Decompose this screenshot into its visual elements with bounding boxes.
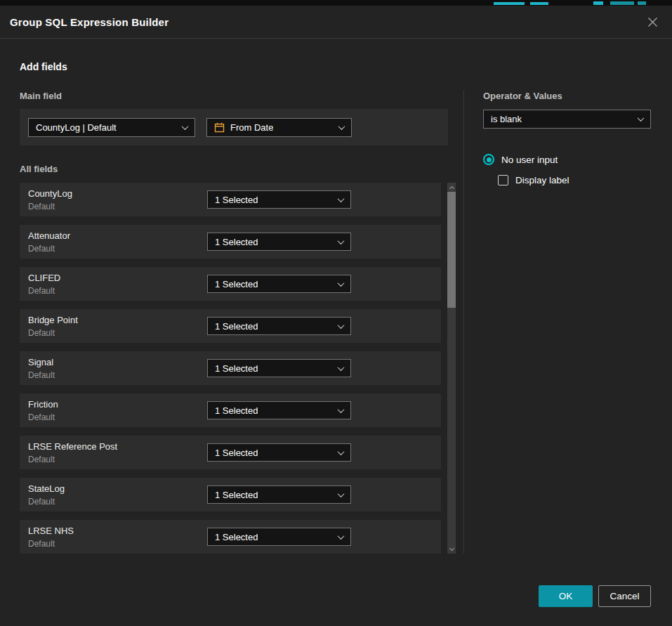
scrollbar[interactable]: [447, 183, 456, 554]
field-row-text: LRSE NHSDefault: [28, 526, 207, 549]
field-row-text: CLIFEDDefault: [28, 273, 207, 296]
field-selected-value: 1 Selected: [215, 363, 258, 374]
field-selected-dropdown[interactable]: 1 Selected: [207, 317, 351, 335]
field-subtitle: Default: [28, 497, 207, 507]
chevron-down-icon: [338, 533, 345, 540]
field-rows-container: CountyLogDefault1 SelectedAttenuatorDefa…: [20, 183, 441, 554]
field-subtitle: Default: [28, 328, 207, 338]
dialog-footer: OK Cancel: [539, 585, 651, 607]
display-label-option: Display label: [498, 175, 651, 185]
field-subtitle: Default: [28, 202, 207, 211]
no-user-input-radio[interactable]: [483, 154, 494, 165]
chevron-down-icon: [182, 123, 189, 130]
field-selected-value: 1 Selected: [215, 279, 258, 289]
layer-select-value: CountyLog | Default: [36, 122, 117, 133]
chevron-down-icon: [638, 115, 645, 122]
field-row: StateLogDefault1 Selected: [20, 478, 441, 511]
field-selected-value: 1 Selected: [215, 195, 258, 205]
main-field-panel: CountyLog | Default From Date: [20, 109, 448, 145]
background-fragment: [593, 1, 603, 5]
column-divider: [463, 91, 464, 554]
field-name: Attenuator: [28, 230, 207, 241]
field-selected-value: 1 Selected: [215, 237, 258, 247]
main-field-label: Main field: [20, 91, 463, 101]
background-fragment: [638, 1, 646, 5]
no-user-input-option: No user input: [483, 154, 651, 165]
field-name: Signal: [28, 357, 207, 367]
main-field-select[interactable]: From Date: [206, 118, 352, 137]
background-app-strip: [0, 0, 672, 6]
field-selected-dropdown[interactable]: 1 Selected: [207, 359, 351, 377]
all-fields-label: All fields: [20, 164, 463, 174]
dialog-body: Add fields Main field CountyLog | Defaul…: [0, 61, 672, 554]
display-label-text: Display label: [515, 175, 569, 185]
field-row: FrictionDefault1 Selected: [20, 393, 441, 427]
scrollbar-thumb[interactable]: [447, 192, 456, 308]
add-fields-heading: Add fields: [20, 61, 651, 72]
field-subtitle: Default: [28, 539, 207, 549]
chevron-down-icon: [338, 322, 345, 329]
all-fields-list: CountyLogDefault1 SelectedAttenuatorDefa…: [20, 183, 463, 554]
field-selected-dropdown[interactable]: 1 Selected: [207, 528, 351, 546]
chevron-down-icon: [338, 406, 345, 413]
close-icon: [647, 17, 658, 27]
chevron-down-icon: [338, 123, 345, 130]
close-button[interactable]: [645, 14, 661, 30]
field-subtitle: Default: [28, 370, 207, 380]
background-fragment: [530, 2, 548, 5]
field-name: Bridge Point: [28, 315, 207, 325]
field-row: SignalDefault1 Selected: [20, 351, 441, 385]
field-name: Friction: [28, 399, 207, 410]
dialog-titlebar: Group SQL Expression Builder: [0, 6, 672, 39]
field-selected-value: 1 Selected: [215, 532, 258, 542]
display-label-checkbox[interactable]: [498, 175, 508, 185]
field-selected-dropdown[interactable]: 1 Selected: [207, 443, 351, 462]
chevron-down-icon: [338, 280, 345, 287]
field-row: AttenuatorDefault1 Selected: [20, 225, 441, 259]
field-name: CountyLog: [28, 188, 207, 199]
field-name: LRSE NHS: [28, 526, 207, 536]
field-selected-dropdown[interactable]: 1 Selected: [207, 485, 351, 504]
chevron-down-icon: [338, 448, 345, 455]
field-selected-value: 1 Selected: [215, 490, 258, 500]
field-row-text: LRSE Reference PostDefault: [28, 441, 207, 464]
field-row-text: StateLogDefault: [28, 483, 207, 507]
field-subtitle: Default: [28, 286, 207, 296]
chevron-down-icon: [338, 195, 345, 202]
operator-select-value: is blank: [491, 114, 522, 124]
field-selected-value: 1 Selected: [215, 405, 258, 416]
background-fragment: [610, 1, 634, 5]
field-row: CountyLogDefault1 Selected: [20, 183, 441, 216]
calendar-icon: [214, 122, 225, 133]
field-row-text: SignalDefault: [28, 357, 207, 380]
field-name: CLIFED: [28, 273, 207, 283]
field-row: LRSE NHSDefault1 Selected: [20, 520, 441, 554]
cancel-button[interactable]: Cancel: [598, 585, 651, 607]
dialog-title: Group SQL Expression Builder: [10, 16, 169, 28]
builder-columns: Main field CountyLog | Default Fro: [20, 91, 651, 554]
group-sql-expression-builder-dialog: Group SQL Expression Builder Add fields …: [0, 6, 672, 626]
scrollbar-down-icon[interactable]: [447, 545, 456, 554]
main-field-select-value: From Date: [230, 122, 273, 133]
fields-column: Main field CountyLog | Default Fro: [20, 91, 463, 554]
field-row-text: AttenuatorDefault: [28, 230, 207, 254]
field-selected-dropdown[interactable]: 1 Selected: [207, 233, 351, 251]
field-selected-dropdown[interactable]: 1 Selected: [207, 401, 351, 419]
field-subtitle: Default: [28, 455, 207, 464]
field-name: StateLog: [28, 483, 207, 494]
field-row-text: FrictionDefault: [28, 399, 207, 422]
operator-values-label: Operator & Values: [483, 91, 651, 101]
chevron-down-icon: [338, 490, 345, 497]
layer-select[interactable]: CountyLog | Default: [28, 118, 195, 137]
field-selected-dropdown[interactable]: 1 Selected: [207, 190, 351, 209]
ok-button[interactable]: OK: [539, 585, 593, 607]
field-subtitle: Default: [28, 244, 207, 254]
field-selected-value: 1 Selected: [215, 321, 258, 332]
scrollbar-up-icon[interactable]: [447, 183, 456, 192]
field-selected-dropdown[interactable]: 1 Selected: [207, 275, 351, 293]
field-subtitle: Default: [28, 412, 207, 422]
field-selected-value: 1 Selected: [215, 448, 258, 458]
field-row: LRSE Reference PostDefault1 Selected: [20, 436, 441, 469]
operator-column: Operator & Values is blank No user input…: [483, 91, 651, 554]
operator-select[interactable]: is blank: [483, 110, 651, 129]
